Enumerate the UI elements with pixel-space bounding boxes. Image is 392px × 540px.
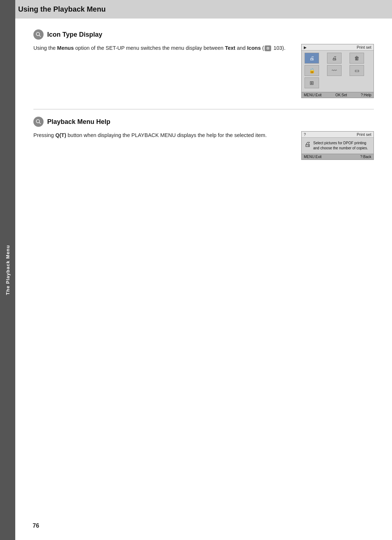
camera-screen-2: ? Print set 🖨 Select pictures for DPOF p… [301, 131, 374, 160]
section-body-1: Using the Menus option of the SET-UP men… [33, 44, 374, 98]
screen-icon-print: 🖨 [305, 53, 319, 64]
page-header: Using the Playback Menu [0, 0, 392, 19]
svg-point-2 [36, 120, 40, 123]
help-print-icon: 🖨 [305, 141, 311, 148]
section-icon-2 [33, 117, 44, 127]
screen-2-title: Print set [357, 132, 371, 137]
screen-icon-print2: 🖨 [327, 53, 342, 64]
camera-screen-1: ▶ Print set 🖨 🖨 🗑 🔒 〰 ▭ ⊞ [301, 44, 374, 98]
section-icon-type-display: Icon Type Display Using the Menus option… [33, 29, 374, 98]
svg-line-1 [39, 35, 41, 37]
screen-2-header: ? Print set [302, 132, 373, 138]
section-divider [33, 109, 374, 109]
menus-bold: Menus [57, 45, 74, 51]
screen-icon-grid: ⊞ [305, 77, 319, 88]
screen-icon-trash: 🗑 [350, 53, 364, 64]
sidebar-tab-label: The Playback Menu [5, 245, 11, 295]
svg-point-0 [36, 32, 40, 36]
svg-line-3 [39, 122, 41, 124]
section-title-row-1: Icon Type Display [33, 29, 374, 40]
page-number: 76 [33, 523, 39, 529]
section-title-row-2: Playback Menu Help [33, 117, 374, 127]
screen-1-play-icon: ▶ [304, 45, 307, 49]
magnify-icon-2 [36, 119, 41, 125]
qt-bold: Q(T) [55, 132, 66, 138]
help-text: Select pictures for DPOF printing and ch… [313, 141, 371, 151]
sidebar-tab: The Playback Menu [0, 0, 15, 540]
section-body-2: Pressing Q(T) button when displaying the… [33, 131, 374, 160]
screen-icon-wave: 〰 [327, 65, 342, 76]
screen-2-body: 🖨 Select pictures for DPOF printing and … [302, 138, 373, 154]
screen-icon-empty2 [350, 77, 364, 88]
magnify-icon [36, 32, 41, 37]
help-content: 🖨 Select pictures for DPOF printing and … [305, 141, 371, 151]
screen-1-icon-grid: 🖨 🖨 🗑 🔒 〰 ▭ ⊞ [305, 53, 371, 88]
screen-icon-lock: 🔒 [305, 65, 319, 76]
main-content: Icon Type Display Using the Menus option… [15, 29, 392, 185]
screen-2-footer: MENU:Exit ?:Back [302, 154, 373, 160]
section-title-2: Playback Menu Help [47, 118, 110, 126]
screen-1-footer-set: OK:Set [335, 93, 347, 97]
screen-1-footer-help: ?:Help [361, 93, 371, 97]
section-text-1: Using the Menus option of the SET-UP men… [33, 44, 290, 52]
section-title-1: Icon Type Display [47, 31, 102, 39]
section-icon-1 [33, 29, 44, 40]
ref-icon-1: ✿ [265, 45, 271, 51]
screen-1-header: ▶ Print set [302, 44, 373, 51]
page-title: Using the Playback Menu [18, 5, 106, 13]
screen-1-body: 🖨 🖨 🗑 🔒 〰 ▭ ⊞ [302, 51, 373, 92]
section-playback-help: Playback Menu Help Pressing Q(T) button … [33, 117, 374, 160]
section-text-2: Pressing Q(T) button when displaying the… [33, 131, 290, 140]
screen-2-question-icon: ? [304, 133, 306, 137]
text-bold: Text [225, 45, 236, 51]
screen-icon-rect: ▭ [350, 65, 364, 76]
screen-1-footer: MENU:Exit OK:Set ?:Help [302, 92, 373, 98]
screen-2-footer-back: ?:Back [360, 155, 371, 159]
screen-icon-empty1 [327, 77, 342, 88]
screen-2-footer-exit: MENU:Exit [304, 155, 322, 159]
icons-bold: Icons [247, 45, 261, 51]
screen-1-title: Print set [357, 45, 371, 49]
screen-1-footer-exit: MENU:Exit [304, 93, 322, 97]
